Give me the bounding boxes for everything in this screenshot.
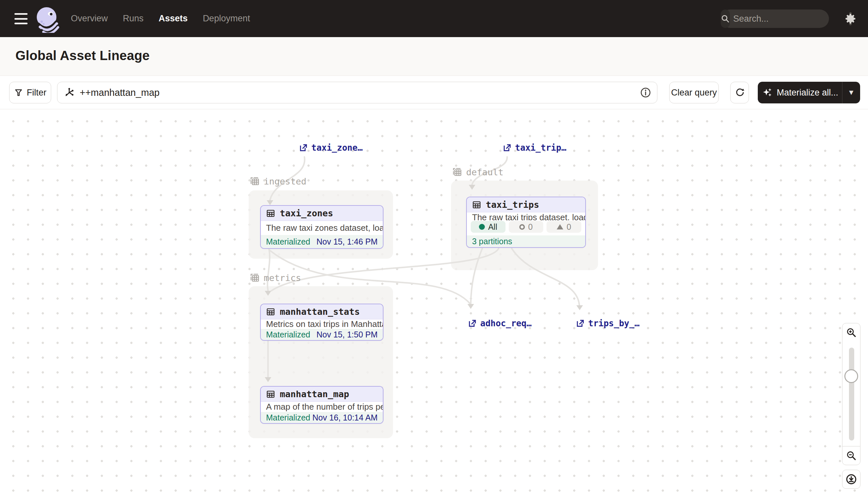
lineage-edges: [0, 109, 868, 495]
refresh-icon: [735, 88, 744, 97]
asset-group-icon: [452, 167, 462, 177]
table-icon: [266, 209, 275, 218]
primary-nav: Overview Runs Assets Deployment: [71, 0, 250, 37]
asset-description: Metrics on taxi trips in Manhattan: [261, 319, 383, 329]
search-input[interactable]: [730, 14, 849, 24]
zoom-in-button[interactable]: [842, 323, 861, 342]
group-label-ingested[interactable]: ingested: [249, 176, 306, 186]
asset-name: taxi_zones: [280, 208, 333, 218]
info-icon[interactable]: [640, 87, 651, 98]
materialization-timestamp[interactable]: Nov 15, 1:46 PM: [317, 237, 377, 246]
external-asset-link-adhoc-req[interactable]: adhoc_req…: [468, 319, 532, 328]
group-label-default[interactable]: default: [452, 167, 503, 177]
asset-node-header: taxi_zones: [261, 206, 383, 221]
external-asset-label: taxi_zone…: [311, 143, 363, 153]
asset-name: taxi_trips: [486, 200, 539, 210]
asset-node-manhattan-map[interactable]: manhattan_map A map of the number of tri…: [260, 386, 384, 424]
hollow-circle-icon: [519, 224, 525, 230]
gear-icon[interactable]: [843, 11, 857, 26]
asset-node-taxi-trips[interactable]: taxi_trips The raw taxi trips dataset, l…: [466, 197, 586, 248]
lineage-canvas[interactable]: ingested default metrics taxi_zone…: [0, 109, 868, 495]
external-asset-link-trips-by[interactable]: trips_by_…: [576, 319, 640, 328]
partition-badge-label: 0: [567, 222, 571, 232]
asset-name: manhattan_stats: [280, 307, 360, 317]
materialize-all-button[interactable]: Materialize all... ▼: [758, 82, 860, 103]
zoom-out-icon: [846, 450, 856, 461]
external-asset-label: adhoc_req…: [480, 319, 532, 328]
zoom-in-icon: [846, 327, 856, 338]
clear-query-button[interactable]: Clear query: [669, 82, 719, 103]
external-asset-link-taxi-trip[interactable]: taxi_trip…: [502, 143, 567, 153]
recenter-icon: [846, 474, 857, 485]
external-asset-link-taxi-zone[interactable]: taxi_zone…: [299, 143, 363, 153]
sparkle-icon: [762, 87, 773, 98]
asset-status-row: Materialized Nov 15, 1:46 PM: [261, 235, 383, 248]
partitions-count[interactable]: 3 partitions: [472, 237, 512, 246]
zoom-slider[interactable]: [842, 342, 861, 446]
asset-description: The raw taxi trips dataset, loaded into …: [467, 212, 585, 220]
nav-deployment[interactable]: Deployment: [203, 14, 250, 24]
global-asset-lineage-page: Overview Runs Assets Deployment / Global…: [0, 0, 868, 495]
dagster-logo[interactable]: [34, 5, 60, 33]
top-nav-bar: Overview Runs Assets Deployment /: [0, 0, 868, 37]
table-icon: [266, 390, 275, 399]
recenter-button[interactable]: [842, 470, 861, 489]
external-asset-label: taxi_trip…: [515, 143, 567, 153]
group-label-text: default: [466, 167, 503, 177]
materialize-dropdown-button[interactable]: ▼: [843, 88, 860, 97]
materialize-all-main[interactable]: Materialize all...: [758, 87, 842, 98]
asset-node-manhattan-stats[interactable]: manhattan_stats Metrics on taxi trips in…: [260, 304, 384, 341]
group-label-text: ingested: [264, 176, 306, 186]
asset-status-row: Materialized Nov 16, 10:14 AM: [261, 412, 383, 423]
partition-badge-missing[interactable]: 0: [509, 221, 544, 233]
refresh-graph-button[interactable]: [730, 82, 749, 103]
materialization-timestamp[interactable]: Nov 16, 10:14 AM: [312, 413, 377, 423]
group-label-metrics[interactable]: metrics: [249, 272, 301, 283]
materialization-timestamp[interactable]: Nov 15, 1:50 PM: [317, 330, 377, 339]
asset-selection-input-wrapper: [57, 82, 657, 103]
asset-selection-input[interactable]: [74, 87, 640, 98]
filter-icon: [14, 88, 23, 97]
asset-status-row: Materialized Nov 15, 1:50 PM: [261, 329, 383, 340]
page-header: Global Asset Lineage Reload definitions: [0, 37, 868, 76]
page-title: Global Asset Lineage: [15, 48, 149, 63]
asset-node-header: manhattan_map: [261, 387, 383, 402]
external-link-icon: [502, 143, 511, 152]
asset-node-header: taxi_trips: [467, 197, 585, 212]
partition-badge-failed[interactable]: 0: [547, 221, 581, 233]
table-icon: [266, 307, 275, 317]
global-search[interactable]: /: [721, 10, 829, 28]
partition-badge-all[interactable]: All: [471, 221, 506, 233]
lineage-toolbar: Filter Clear query: [0, 76, 868, 109]
filled-dot-icon: [479, 224, 485, 230]
asset-description: The raw taxi zones dataset, loaded int..…: [261, 221, 383, 235]
nav-runs[interactable]: Runs: [123, 14, 144, 24]
external-link-icon: [576, 319, 585, 328]
asset-description: A map of the number of trips per taxi z.…: [261, 402, 383, 412]
asset-graph-query-icon: [64, 87, 74, 98]
status-badge: Materialized: [266, 413, 310, 423]
nav-assets[interactable]: Assets: [159, 14, 188, 24]
asset-node-header: manhattan_stats: [261, 304, 383, 319]
partition-health-row: All 0 0: [467, 220, 585, 235]
asset-status-row: 3 partitions: [467, 235, 585, 247]
asset-node-taxi-zones[interactable]: taxi_zones The raw taxi zones dataset, l…: [260, 205, 384, 249]
zoom-out-button[interactable]: [842, 446, 861, 465]
zoom-slider-handle[interactable]: [844, 369, 858, 383]
filter-button[interactable]: Filter: [9, 82, 51, 103]
search-icon: [721, 10, 730, 28]
asset-group-icon: [249, 176, 260, 186]
materialize-all-label: Materialize all...: [777, 88, 838, 98]
filter-label: Filter: [27, 88, 47, 98]
zoom-slider-track[interactable]: [849, 347, 854, 441]
asset-name: manhattan_map: [280, 389, 349, 399]
external-link-icon: [299, 143, 308, 152]
external-link-icon: [468, 319, 477, 328]
partition-badge-label: All: [488, 222, 497, 232]
external-asset-label: trips_by_…: [588, 319, 640, 328]
caret-down-icon: ▼: [848, 88, 855, 97]
status-badge: Materialized: [266, 237, 310, 246]
hamburger-menu-icon[interactable]: [14, 13, 28, 24]
clear-query-label: Clear query: [671, 88, 717, 98]
nav-overview[interactable]: Overview: [71, 14, 108, 24]
